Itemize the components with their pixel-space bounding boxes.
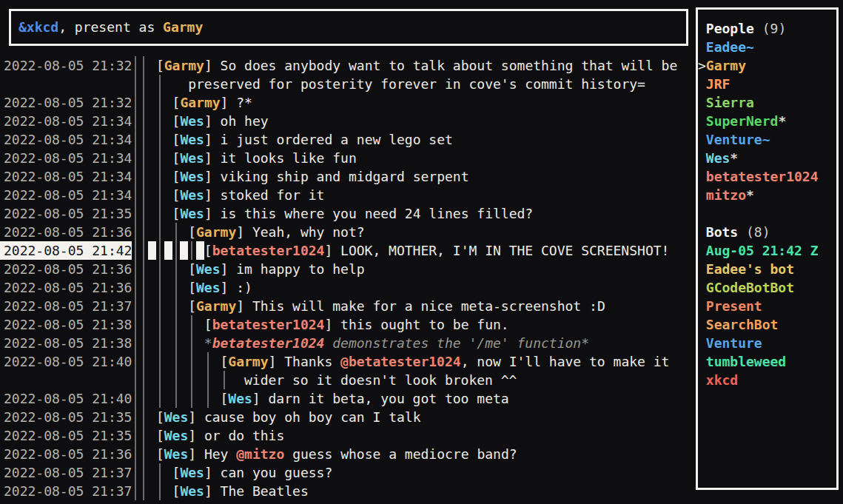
person-name: Wes (706, 150, 731, 166)
person-item[interactable]: Eadee~ (698, 38, 836, 56)
thread-line (140, 408, 148, 426)
chat-message-row[interactable]: 2022-08-05 21:36 [Wes] Hey @mitzo guess … (0, 445, 696, 463)
chat-message-row[interactable]: 2022-08-05 21:34 [Wes] it looks like fun (0, 149, 696, 167)
chat-message-row[interactable]: 2022-08-05 21:37 [Garmy] This will make … (0, 297, 696, 315)
chat-message-row[interactable]: 2022-08-05 21:34 [Wes] i just ordered a … (0, 130, 696, 149)
message-text: Wes (164, 409, 189, 425)
thread-gap (148, 334, 156, 352)
thread-gap (148, 389, 156, 408)
chat-message-row[interactable]: 2022-08-05 21:40 [Garmy] Thanks @betates… (0, 352, 696, 371)
bot-item[interactable]: Aug-05 21:42 Z (698, 241, 836, 260)
chat-message-row[interactable]: 2022-08-05 21:35 [Wes] cause boy oh boy … (0, 408, 696, 426)
thread-line (140, 223, 148, 241)
person-item[interactable]: >Garmy (698, 56, 836, 75)
timestamp: 2022-08-05 21:34 (0, 186, 132, 204)
thread-line (140, 297, 148, 315)
thread-line (132, 75, 140, 93)
chat-message-row[interactable]: 2022-08-05 21:34 [Wes] stoked for it (0, 186, 696, 204)
thread-line (156, 297, 164, 315)
timestamp: 2022-08-05 21:35 (0, 408, 132, 426)
current-user-marker: > (698, 56, 706, 75)
thread-gap (148, 130, 156, 149)
message-text: preserved for posterity forever in cove'… (188, 76, 645, 92)
thread-line (156, 186, 164, 204)
person-item[interactable]: JRF (698, 75, 836, 93)
person-item[interactable]: Wes* (698, 149, 836, 167)
chat-message-row[interactable]: 2022-08-05 21:35 [Wes] or do this (0, 426, 696, 445)
sidebar-spacer (698, 204, 836, 223)
thread-line (188, 371, 196, 389)
message-text: @mitzo (236, 446, 284, 462)
message-text: [ (172, 187, 181, 203)
bot-item[interactable]: GCodeBotBot (698, 278, 836, 297)
thread-line (140, 278, 148, 297)
thread-gap (180, 315, 188, 334)
thread-gap (164, 149, 172, 167)
message-text: Wes (180, 113, 204, 129)
chat-message-row-highlighted[interactable]: 2022-08-05 21:42 [betatester1024] LOOK, … (0, 241, 696, 260)
sidebar: People (9) Eadee~>Garmy JRF Sierra Super… (696, 7, 839, 490)
bot-item[interactable]: Venture (698, 334, 836, 352)
thread-line (132, 352, 140, 371)
chat-message-row[interactable]: 2022-08-05 21:37 [Wes] can you guess? (0, 463, 696, 482)
timestamp: 2022-08-05 21:34 (0, 149, 132, 167)
thread-line (172, 260, 181, 278)
thread-gap (148, 112, 156, 130)
thread-line (132, 93, 140, 112)
timestamp: 2022-08-05 21:34 (0, 130, 132, 149)
thread-gap (164, 167, 172, 186)
thread-line (204, 371, 212, 389)
chat-message-row[interactable]: 2022-08-05 21:37 [Wes] The Beatles (0, 482, 696, 500)
thread-gap (164, 278, 172, 297)
people-count (754, 21, 762, 36)
chat-message-row[interactable]: 2022-08-05 21:36 [Wes] :) (0, 278, 696, 297)
chat-message-row[interactable]: 2022-08-05 21:35 [Wes] is this where you… (0, 204, 696, 223)
person-item[interactable]: mitzo* (698, 186, 836, 204)
bot-name: tumbleweed (706, 354, 786, 369)
timestamp: 2022-08-05 21:35 (0, 204, 132, 223)
chat-message-row[interactable]: 2022-08-05 21:36 [Garmy] Yeah, why not? (0, 223, 696, 241)
current-nick: Garmy (163, 19, 203, 35)
person-item[interactable]: Sierra (698, 93, 836, 112)
person-item[interactable]: SuperNerd* (698, 112, 836, 130)
message-text: Wes (180, 206, 204, 221)
thread-line (132, 482, 140, 500)
timestamp: 2022-08-05 21:34 (0, 112, 132, 130)
chat-message-row[interactable]: 2022-08-05 21:38 [betatester1024] this o… (0, 315, 696, 334)
thread-line (140, 463, 148, 482)
status-suffix: * (730, 150, 738, 166)
bot-item[interactable]: Eadee's bot (698, 260, 836, 278)
thread-gap (164, 241, 172, 260)
thread-gap (212, 389, 221, 408)
chat-message-row[interactable]: 2022-08-05 21:32 [Garmy] So does anybody… (0, 56, 696, 75)
chat-message-row[interactable]: wider so it doesn't look broken ^^ (0, 371, 696, 389)
message-text: demonstrates the '/me' function* (324, 335, 589, 351)
message-text: Wes (164, 428, 189, 443)
message-text: [ (172, 465, 181, 480)
message-text: ] im happy to help (221, 261, 365, 277)
chat-message-row[interactable]: 2022-08-05 21:32 [Garmy] ?* (0, 93, 696, 112)
message-text: Wes (164, 446, 189, 462)
bot-item[interactable]: Present (698, 297, 836, 315)
message-text: [ (172, 132, 181, 147)
message-text: [ (156, 409, 164, 425)
thread-line (156, 482, 164, 500)
chat-message-row[interactable]: 2022-08-05 21:38 *betatester1024 demonst… (0, 334, 696, 352)
thread-gap (180, 278, 188, 297)
person-item[interactable]: Venture~ (698, 130, 836, 149)
bot-item[interactable]: tumbleweed (698, 352, 836, 371)
thread-gap (148, 463, 156, 482)
message-text: ] Thanks (269, 354, 341, 369)
person-item[interactable]: betatester1024 (698, 167, 836, 186)
chat-message-row[interactable]: 2022-08-05 21:34 [Wes] oh hey (0, 112, 696, 130)
chat-message-row[interactable]: 2022-08-05 21:34 [Wes] viking ship and m… (0, 167, 696, 186)
chat-message-row[interactable]: 2022-08-05 21:40 [Wes] darn it beta, you… (0, 389, 696, 408)
thread-line (140, 426, 148, 445)
chat-message-row[interactable]: 2022-08-05 21:36 [Wes] im happy to help (0, 260, 696, 278)
marker-gap (698, 315, 706, 334)
chat-message-row[interactable]: preserved for posterity forever in cove'… (0, 75, 696, 93)
bot-item[interactable]: xkcd (698, 371, 836, 389)
timestamp: 2022-08-05 21:37 (0, 482, 132, 500)
bot-name: SearchBot (706, 317, 779, 332)
bot-item[interactable]: SearchBot (698, 315, 836, 334)
